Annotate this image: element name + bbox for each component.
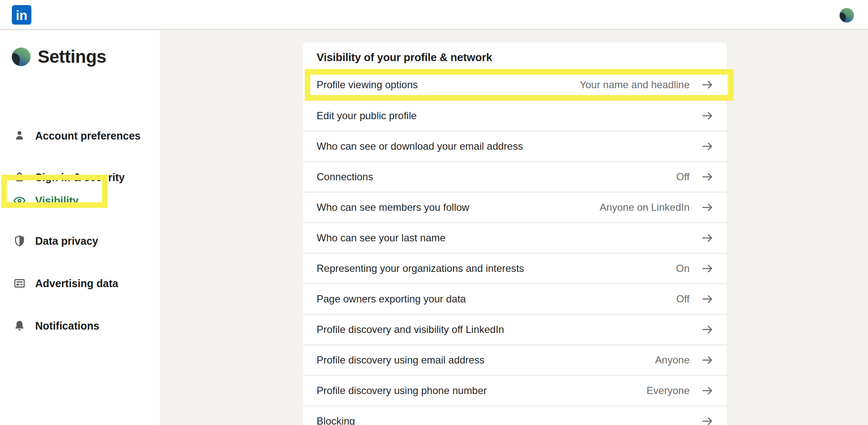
arrow-right-icon bbox=[701, 232, 713, 244]
arrow-right-icon bbox=[701, 263, 713, 274]
arrow-right-icon bbox=[701, 79, 713, 91]
visibility-settings-card: Visibility of your profile & network Pro… bbox=[303, 42, 727, 425]
row-label: Who can see members you follow bbox=[317, 201, 600, 213]
arrow-right-icon bbox=[701, 140, 713, 152]
row-label: Profile viewing options bbox=[317, 79, 580, 91]
row-value: Anyone bbox=[655, 354, 690, 366]
sidebar-item-data-privacy[interactable]: Data privacy bbox=[0, 230, 160, 252]
settings-row-discovery-phone[interactable]: Profile discovery using phone number Eve… bbox=[303, 375, 727, 405]
row-value: Everyone bbox=[647, 385, 690, 397]
sidebar-item-label: Data privacy bbox=[35, 235, 98, 247]
settings-row-discovery-email[interactable]: Profile discovery using email address An… bbox=[303, 344, 727, 375]
row-label: Edit your public profile bbox=[317, 110, 701, 122]
profile-menu-avatar[interactable] bbox=[840, 8, 854, 22]
settings-row-blocking[interactable]: Blocking bbox=[303, 405, 727, 425]
row-label: Profile discovery using phone number bbox=[317, 385, 647, 397]
settings-row-discovery-off-linkedin[interactable]: Profile discovery and visibility off Lin… bbox=[303, 314, 727, 344]
row-label: Page owners exporting your data bbox=[317, 293, 676, 305]
user-avatar bbox=[12, 48, 31, 66]
arrow-right-icon bbox=[701, 171, 713, 183]
settings-sidebar: Settings Account preferences Sign in & s… bbox=[0, 31, 160, 425]
sidebar-item-visibility[interactable]: Visibility bbox=[0, 190, 160, 211]
linkedin-settings-page: in Settings Account preferences Sign in … bbox=[0, 0, 868, 425]
row-label: Representing your organizations and inte… bbox=[317, 263, 676, 274]
row-label: Blocking bbox=[317, 415, 701, 425]
arrow-right-icon bbox=[701, 110, 713, 122]
row-value: Your name and headline bbox=[580, 79, 690, 91]
sidebar-item-sign-in-security[interactable]: Sign in & security bbox=[0, 167, 160, 188]
settings-row-email-visibility[interactable]: Who can see or download your email addre… bbox=[303, 131, 727, 161]
newspaper-icon bbox=[13, 277, 26, 290]
settings-row-profile-viewing-options[interactable]: Profile viewing options Your name and he… bbox=[303, 70, 727, 100]
arrow-right-icon bbox=[701, 324, 713, 336]
settings-row-representing-organizations[interactable]: Representing your organizations and inte… bbox=[303, 253, 727, 283]
top-navigation-bar: in bbox=[0, 0, 868, 30]
sidebar-item-account-preferences[interactable]: Account preferences bbox=[0, 125, 160, 146]
settings-row-edit-public-profile[interactable]: Edit your public profile bbox=[303, 100, 727, 131]
person-icon bbox=[13, 129, 26, 142]
arrow-right-icon bbox=[701, 201, 713, 213]
row-label: Connections bbox=[317, 171, 676, 183]
sidebar-item-label: Advertising data bbox=[35, 277, 118, 290]
settings-row-last-name[interactable]: Who can see your last name bbox=[303, 222, 727, 253]
lock-icon bbox=[13, 171, 26, 184]
page-title: Settings bbox=[38, 47, 106, 67]
sidebar-item-label: Notifications bbox=[35, 320, 99, 332]
settings-row-page-owners-export[interactable]: Page owners exporting your data Off bbox=[303, 283, 727, 314]
row-value: Off bbox=[676, 293, 690, 305]
row-label: Who can see your last name bbox=[317, 232, 701, 244]
settings-header: Settings bbox=[12, 47, 106, 67]
sidebar-item-label: Account preferences bbox=[35, 130, 141, 142]
bell-icon bbox=[13, 319, 26, 332]
eye-icon bbox=[13, 194, 26, 207]
row-label: Who can see or download your email addre… bbox=[317, 140, 701, 152]
sidebar-item-notifications[interactable]: Notifications bbox=[0, 315, 160, 336]
row-value: On bbox=[676, 263, 690, 274]
sidebar-item-label: Visibility bbox=[35, 195, 78, 207]
sidebar-item-label: Sign in & security bbox=[35, 171, 125, 184]
settings-row-members-you-follow[interactable]: Who can see members you follow Anyone on… bbox=[303, 192, 727, 222]
row-label: Profile discovery and visibility off Lin… bbox=[317, 324, 701, 336]
arrow-right-icon bbox=[701, 415, 713, 425]
linkedin-logo-text: in bbox=[16, 9, 28, 22]
settings-row-connections[interactable]: Connections Off bbox=[303, 161, 727, 192]
row-value: Anyone on LinkedIn bbox=[600, 201, 690, 213]
row-value: Off bbox=[676, 171, 690, 183]
shield-icon bbox=[13, 235, 26, 247]
arrow-right-icon bbox=[701, 385, 713, 397]
sidebar-item-advertising-data[interactable]: Advertising data bbox=[0, 273, 160, 294]
arrow-right-icon bbox=[701, 354, 713, 366]
arrow-right-icon bbox=[701, 293, 713, 305]
linkedin-logo[interactable]: in bbox=[12, 5, 31, 25]
section-title: Visibility of your profile & network bbox=[303, 42, 727, 70]
row-label: Profile discovery using email address bbox=[317, 354, 655, 366]
